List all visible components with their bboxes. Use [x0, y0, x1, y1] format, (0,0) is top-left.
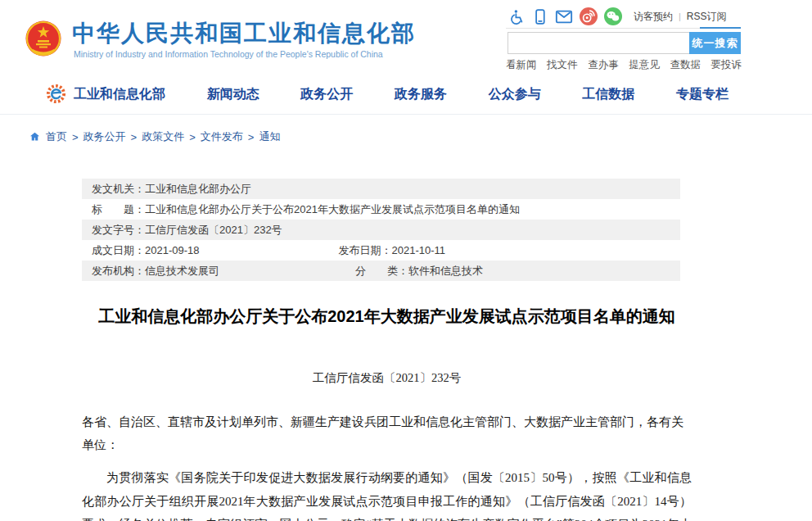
header: 中华人民共和国工业和信息化部 Ministry of Industry and …	[0, 0, 812, 74]
breadcrumb-notice[interactable]: 通知	[259, 129, 280, 144]
nav-items: 工业和信息化部 新闻动态 政务公开 政务服务 公众参与 工信数据 专题专栏	[74, 74, 729, 115]
site-subtitle: Ministry of Industry and Information Tec…	[74, 49, 383, 59]
page: 中华人民共和国工业和信息化部 Ministry of Industry and …	[0, 0, 812, 521]
nav-item-gov-disclosure[interactable]: 政务公开	[300, 86, 353, 103]
quick-link-files[interactable]: 找文件	[547, 58, 578, 72]
meta-value: 工业和信息化部办公厅	[145, 182, 251, 197]
document-paragraph: 为贯彻落实《国务院关于印发促进大数据发展行动纲要的通知》（国发〔2015〕50号…	[82, 466, 692, 521]
mobile-icon[interactable]	[530, 7, 548, 25]
quick-link-complaints[interactable]: 要投诉	[710, 58, 742, 72]
topbar-separator: |	[679, 11, 681, 21]
quick-link-news[interactable]: 看新闻	[506, 58, 537, 72]
meta-value: 工业和信息化部办公厅关于公布2021年大数据产业发展试点示范项目名单的通知	[145, 202, 520, 217]
breadcrumb-home[interactable]: 首页	[46, 129, 67, 144]
meta-value: 2021-09-18	[145, 244, 200, 256]
main-nav: 工业和信息化部 新闻动态 政务公开 政务服务 公众参与 工信数据 专题专栏	[0, 74, 812, 115]
search-button[interactable]: 统一搜索	[689, 32, 741, 54]
nav-item-miit[interactable]: 工业和信息化部	[74, 86, 165, 103]
document-meta-table: 发文机关：工业和信息化部办公厅 标 题：工业和信息化部办公厅关于公布2021年大…	[82, 179, 680, 281]
nav-item-gov-services[interactable]: 政务服务	[395, 86, 447, 103]
meta-row-title: 标 题：工业和信息化部办公厅关于公布2021年大数据产业发展试点示范项目名单的通…	[82, 199, 680, 220]
wechat-icon[interactable]	[604, 7, 622, 25]
search-input[interactable]	[508, 32, 689, 54]
home-icon[interactable]	[29, 131, 41, 143]
quick-link-services[interactable]: 查办事	[588, 58, 619, 72]
breadcrumb-gov-disclosure[interactable]: 政务公开	[83, 129, 126, 144]
search-quick-links: 看新闻 找文件 查办事 提意见 查数据 要投诉	[506, 58, 742, 72]
meta-value: 2021-10-11	[392, 244, 446, 256]
breadcrumb-document-release[interactable]: 文件发布	[201, 129, 243, 144]
meta-row-issuing-agency: 发文机关：工业和信息化部办公厅	[82, 179, 680, 199]
document-area: 发文机关：工业和信息化部办公厅 标 题：工业和信息化部办公厅关于公布2021年大…	[82, 179, 692, 521]
document-title: 工业和信息化部办公厅关于公布2021年大数据产业发展试点示范项目名单的通知	[82, 306, 692, 328]
weibo-icon[interactable]	[580, 7, 598, 25]
meta-value: 工信厅信发函〔2021〕232号	[145, 223, 282, 238]
visitor-appointment-link[interactable]: 访客预约	[634, 10, 673, 24]
quick-link-data[interactable]: 查数据	[670, 58, 701, 72]
meta-row-publisher-category: 发布机构：信息技术发展司 分 类：软件和信息技术	[82, 260, 680, 281]
rss-link[interactable]: RSS订阅	[687, 10, 727, 24]
document-salutation: 各省、自治区、直辖市及计划单列市、新疆生产建设兵团工业和信息化主管部门、大数据产…	[82, 410, 692, 456]
search-bar: 统一搜索	[508, 32, 741, 54]
accessibility-icon[interactable]	[506, 7, 524, 25]
topbar: 访客预约 | RSS订阅	[506, 7, 743, 26]
site-title: 中华人民共和国工业和信息化部	[72, 18, 416, 49]
nav-item-public-participation[interactable]: 公众参与	[489, 86, 541, 103]
nav-item-it-data[interactable]: 工信数据	[582, 86, 634, 103]
topbar-divider	[506, 28, 741, 29]
national-emblem-logo	[25, 18, 62, 61]
meta-value: 软件和信息技术	[408, 265, 483, 277]
nav-item-special-topics[interactable]: 专题专栏	[676, 86, 729, 103]
meta-row-document-number: 发文字号：工信厅信发函〔2021〕232号	[82, 220, 680, 240]
quick-link-suggestions[interactable]: 提意见	[629, 58, 660, 72]
breadcrumb: 首页 > 政务公开 > 政策文件 > 文件发布 > 通知	[29, 129, 280, 144]
nav-item-news[interactable]: 新闻动态	[207, 86, 259, 103]
document-number: 工信厅信发函〔2021〕232号	[82, 370, 692, 386]
meta-value: 信息技术发展司	[145, 264, 219, 279]
breadcrumb-policy-documents[interactable]: 政策文件	[142, 129, 184, 144]
gear-e-logo-icon	[45, 83, 67, 105]
mail-icon[interactable]	[555, 7, 573, 25]
meta-row-dates: 成文日期：2021-09-18 发布日期：2021-10-11	[82, 240, 680, 260]
